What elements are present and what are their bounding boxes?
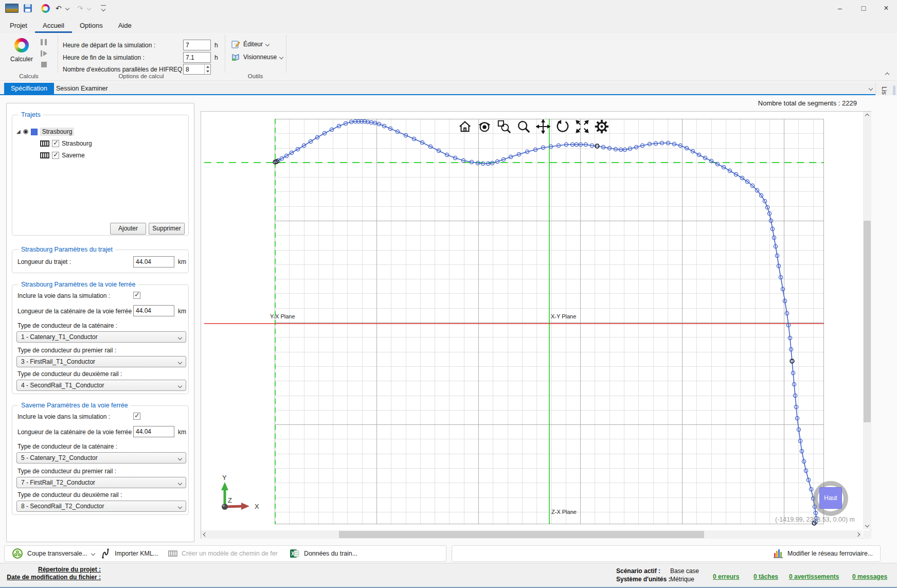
- fit-icon[interactable]: [575, 119, 590, 134]
- tree-row-track[interactable]: ✓ Strasbourg: [40, 138, 92, 149]
- customize-toolbar-chevron-icon[interactable]: [101, 7, 105, 11]
- trajet-params-group: Strasbourg Paramètres du trajet Longueur…: [12, 250, 189, 273]
- track1-include-checkbox[interactable]: ✓: [133, 292, 140, 299]
- pause-icon[interactable]: [41, 39, 47, 45]
- scroll-down-icon[interactable]: [865, 523, 869, 527]
- tab-specification[interactable]: Spécification: [4, 83, 54, 94]
- tree-track-label[interactable]: Strasbourg: [62, 140, 92, 147]
- sim-start-input[interactable]: [183, 40, 211, 50]
- track2-catenary-length-input[interactable]: [133, 426, 174, 437]
- sim-end-input[interactable]: [183, 52, 211, 63]
- eye-icon[interactable]: [477, 119, 492, 134]
- trajets-group: Trajets ◢ Strasbourg ✓ Strasbourg ✓ Save…: [12, 115, 189, 236]
- track1-catenary-type-value: 1 - Catenary_T1_Conductor: [21, 333, 98, 341]
- scroll-left-icon[interactable]: [203, 532, 207, 537]
- track2-rail1-type-select[interactable]: 7 - FirstRail_T2_Conductor: [16, 477, 186, 488]
- remove-button[interactable]: Supprimer: [149, 223, 185, 235]
- trajet-length-unit: km: [178, 258, 186, 265]
- create-rail-model-button: Créer un modèle de chemin de fer: [168, 546, 278, 561]
- select-chevron-icon: [178, 456, 182, 460]
- minimize-button[interactable]: –: [828, 0, 852, 16]
- redo-chevron-icon[interactable]: [87, 6, 91, 10]
- home-icon[interactable]: [457, 119, 473, 134]
- view-top-button[interactable]: Haut: [819, 487, 842, 509]
- track2-rail1-type-value: 7 - FirstRail_T2_Conductor: [21, 479, 95, 486]
- plot-container: Y-X Plane X-Y Plane Z-X Plane Y X Z Haut: [201, 111, 871, 539]
- cross-section-button[interactable]: Coupe transversale...: [12, 546, 95, 561]
- settings-icon[interactable]: [594, 119, 609, 134]
- plot-area[interactable]: Y-X Plane X-Y Plane Z-X Plane Y X Z Haut: [201, 112, 862, 529]
- visibility-dot-icon[interactable]: [23, 129, 28, 134]
- tree-row-root[interactable]: ◢ Strasbourg: [16, 127, 74, 137]
- track2-catenary-type-value: 5 - Catenary_T2_Conductor: [21, 454, 98, 461]
- maximize-button[interactable]: □: [852, 0, 875, 16]
- undo-chevron-icon[interactable]: [65, 6, 69, 10]
- stop-icon[interactable]: [41, 62, 47, 67]
- track2-include-checkbox[interactable]: ✓: [133, 413, 140, 420]
- track1-catenary-type-select[interactable]: 1 - Catenary_T1_Conductor: [16, 331, 186, 343]
- track2-catenary-type-label: Type de conducteur de la caténaire :: [17, 443, 117, 450]
- trajets-group-title: Trajets: [19, 111, 43, 118]
- zoom-icon[interactable]: [516, 119, 531, 134]
- edit-rail-network-button[interactable]: Modifier le réseau ferroviaire...: [773, 546, 873, 561]
- route-color-swatch[interactable]: [31, 129, 38, 135]
- scroll-up-icon[interactable]: [865, 114, 869, 118]
- file-date-label: Date de modification du fichier :: [4, 574, 101, 581]
- train-data-button[interactable]: X Données du train...: [290, 546, 357, 561]
- zoom-region-icon[interactable]: [496, 119, 512, 134]
- track1-catenary-length-input[interactable]: [133, 305, 174, 316]
- warnings-link[interactable]: 0 avertissements: [789, 573, 839, 580]
- tab-session-examiner[interactable]: Session Examiner: [49, 83, 115, 94]
- collapse-ribbon-icon[interactable]: [885, 73, 889, 77]
- sim-end-label: Heure de fin de la simulation :: [63, 54, 145, 61]
- step-icon[interactable]: [41, 50, 47, 57]
- rotate-icon[interactable]: [555, 119, 570, 134]
- app-icon: [5, 4, 19, 13]
- spinner-up-icon[interactable]: [206, 66, 209, 68]
- tab-aide[interactable]: Aide: [111, 19, 139, 33]
- undo-icon[interactable]: ↶: [56, 5, 62, 12]
- add-button[interactable]: Ajouter: [110, 223, 146, 235]
- select-chevron-icon: [178, 505, 182, 509]
- messages-link[interactable]: 0 messages: [852, 573, 887, 580]
- trajet-length-input[interactable]: [133, 256, 174, 268]
- track2-rail2-type-select[interactable]: 8 - SecondRail_T2_Conductor: [16, 501, 186, 512]
- tree-track-label[interactable]: Saverne: [62, 152, 85, 159]
- horizontal-scroll-thumb[interactable]: [339, 531, 704, 538]
- expander-icon[interactable]: ◢: [16, 129, 21, 134]
- specification-panel: Trajets ◢ Strasbourg ✓ Strasbourg ✓ Save…: [6, 103, 194, 542]
- track1-catenary-length-label: Longueur de la caténaire de la voie ferr…: [17, 308, 135, 315]
- tree-row-track[interactable]: ✓ Saverne: [40, 150, 85, 161]
- tab-accueil[interactable]: Accueil: [35, 19, 72, 33]
- calculate-button[interactable]: Calculer: [6, 37, 37, 71]
- track-checkbox[interactable]: ✓: [52, 140, 59, 147]
- project-dir-label: Répertoire du projet :: [4, 566, 101, 574]
- customize-toolbar-icon[interactable]: [101, 5, 106, 6]
- import-kml-button[interactable]: Importer KML...: [101, 546, 158, 561]
- redo-icon[interactable]: ↷: [77, 5, 83, 12]
- train-data-icon: X: [290, 548, 300, 559]
- cross-section-chevron-icon[interactable]: [91, 551, 95, 556]
- trajet-params-title: Strasbourg Paramètres du trajet: [19, 246, 115, 253]
- save-icon[interactable]: [24, 4, 32, 12]
- track-checkbox[interactable]: ✓: [52, 152, 59, 159]
- plot-horizontal-scrollbar[interactable]: [201, 530, 862, 539]
- track1-rail2-type-select[interactable]: 4 - SecondRail_T1_Conductor: [16, 380, 186, 391]
- track1-rail1-type-select[interactable]: 3 - FirstRail_T1_Conductor: [16, 356, 186, 367]
- tab-projet[interactable]: Projet: [2, 19, 35, 33]
- tasks-link[interactable]: 0 tâches: [754, 573, 778, 580]
- editor-button[interactable]: Éditeur: [231, 39, 269, 49]
- errors-link[interactable]: 0 erreurs: [713, 573, 739, 580]
- viewer-button[interactable]: Visionneuse: [231, 52, 283, 62]
- editor-icon: [231, 40, 240, 49]
- track2-catenary-type-select[interactable]: 5 - Catenary_T2_Conductor: [16, 452, 186, 464]
- vertical-scroll-thumb[interactable]: [864, 221, 871, 422]
- tab-options[interactable]: Options: [72, 19, 111, 33]
- calculate-quick-icon[interactable]: [41, 4, 50, 13]
- scroll-right-icon[interactable]: [856, 532, 860, 537]
- tree-root-label[interactable]: Strasbourg: [40, 128, 75, 136]
- track2-rail2-type-value: 8 - SecondRail_T2_Conductor: [21, 503, 104, 510]
- close-button[interactable]: ×: [875, 0, 897, 16]
- pan-icon[interactable]: [535, 119, 551, 134]
- spinner-down-icon[interactable]: [206, 70, 209, 73]
